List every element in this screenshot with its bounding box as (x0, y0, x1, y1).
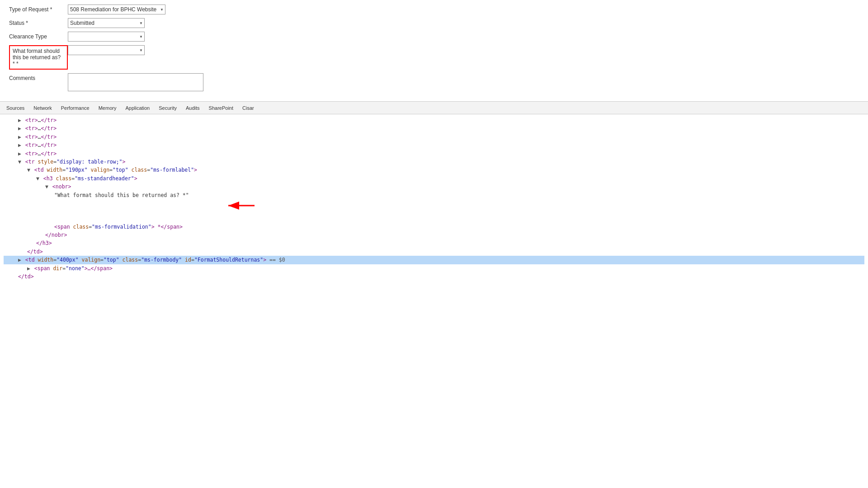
tab-application[interactable]: Application (121, 102, 154, 114)
tree-line-td-close: </td> (4, 248, 864, 256)
toggle-tr3[interactable]: ▶ (18, 133, 24, 141)
type-of-request-select[interactable]: 508 Remediation for BPHC Website (68, 5, 165, 14)
tab-audits[interactable]: Audits (181, 102, 204, 114)
toggle-tr4[interactable]: ▶ (18, 141, 24, 149)
tree-line-tr3: ▶ <tr>…</tr> (4, 133, 864, 141)
red-arrow-annotation (194, 191, 255, 223)
type-of-request-select-wrapper: 508 Remediation for BPHC Website (68, 5, 165, 14)
clearance-type-select-wrapper (68, 32, 145, 42)
clearance-type-label: Clearance Type (9, 32, 68, 40)
tree-line-td-formbody-highlighted[interactable]: ▶ <td width="400px" valign="top" class="… (4, 256, 864, 264)
form-area: Type of Request * 508 Remediation for BP… (0, 0, 868, 99)
tree-line-tr-open: ▼ <tr style="display: table-row;"> (4, 158, 864, 166)
status-label: Status * (9, 18, 68, 26)
tree-line-tr5: ▶ <tr>…</tr> (4, 150, 864, 158)
tree-line-td-end: </td> (4, 272, 864, 281)
tree-line-td-formlabel: ▼ <td width="190px" valign="top" class="… (4, 166, 864, 174)
tab-cisar[interactable]: Cisar (238, 102, 259, 114)
comments-textarea[interactable] (68, 73, 203, 91)
clearance-type-row: Clearance Type (9, 32, 859, 42)
format-select[interactable] (68, 45, 145, 55)
html-tree: ▶ <tr>…</tr> ▶ <tr>…</tr> ▶ <tr>…</tr> ▶… (0, 114, 868, 282)
toggle-tr5[interactable]: ▶ (18, 150, 24, 158)
tree-line-h3: ▼ <h3 class="ms-standardheader"> (4, 174, 864, 183)
type-of-request-row: Type of Request * 508 Remediation for BP… (9, 5, 859, 14)
format-select-wrapper (68, 45, 145, 55)
tree-line-span-dir: ▶ <span dir="none">…</span> (4, 264, 864, 272)
tree-line-nobr-close: </nobr> (4, 231, 864, 239)
format-label: What format should this be returned as? … (9, 45, 68, 70)
tree-line-tr1: ▶ <tr>…</tr> (4, 116, 864, 124)
tab-performance[interactable]: Performance (57, 102, 94, 114)
tab-memory[interactable]: Memory (94, 102, 121, 114)
status-select[interactable]: Submitted (68, 18, 145, 28)
format-text-node: "What format should this be returned as?… (54, 191, 189, 199)
tab-sharepoint[interactable]: SharePoint (204, 102, 238, 114)
tree-line-format-text: "What format should this be returned as?… (4, 191, 864, 223)
type-of-request-label: Type of Request * (9, 5, 68, 13)
toggle-tr-open[interactable]: ▼ (18, 158, 24, 166)
toggle-nobr[interactable]: ▼ (45, 183, 52, 191)
devtools-panel: Sources Network Performance Memory Appli… (0, 101, 868, 282)
toggle-td-formbody[interactable]: ▶ (18, 256, 24, 264)
tree-line-span-validation: <span class="ms-formvalidation"> *</span… (4, 223, 864, 231)
status-row: Status * Submitted (9, 18, 859, 28)
toggle-td-formlabel[interactable]: ▼ (27, 166, 33, 174)
tree-line-h3-close: </h3> (4, 239, 864, 247)
tab-security[interactable]: Security (154, 102, 181, 114)
toggle-h3[interactable]: ▼ (36, 174, 42, 183)
tree-line-nobr-open: ▼ <nobr> (4, 183, 864, 191)
format-row: What format should this be returned as? … (9, 45, 859, 70)
tab-network[interactable]: Network (29, 102, 56, 114)
status-select-wrapper: Submitted (68, 18, 145, 28)
toggle-span-dir[interactable]: ▶ (27, 264, 33, 272)
comments-row: Comments (9, 73, 859, 91)
toggle-tr2[interactable]: ▶ (18, 124, 24, 132)
tree-line-tr4: ▶ <tr>…</tr> (4, 141, 864, 149)
tab-sources[interactable]: Sources (2, 102, 29, 114)
toggle-tr1[interactable]: ▶ (18, 116, 24, 124)
tree-line-tr2: ▶ <tr>…</tr> (4, 124, 864, 132)
clearance-type-select[interactable] (68, 32, 145, 42)
comments-label: Comments (9, 73, 68, 81)
devtools-tabs-bar: Sources Network Performance Memory Appli… (0, 102, 868, 114)
